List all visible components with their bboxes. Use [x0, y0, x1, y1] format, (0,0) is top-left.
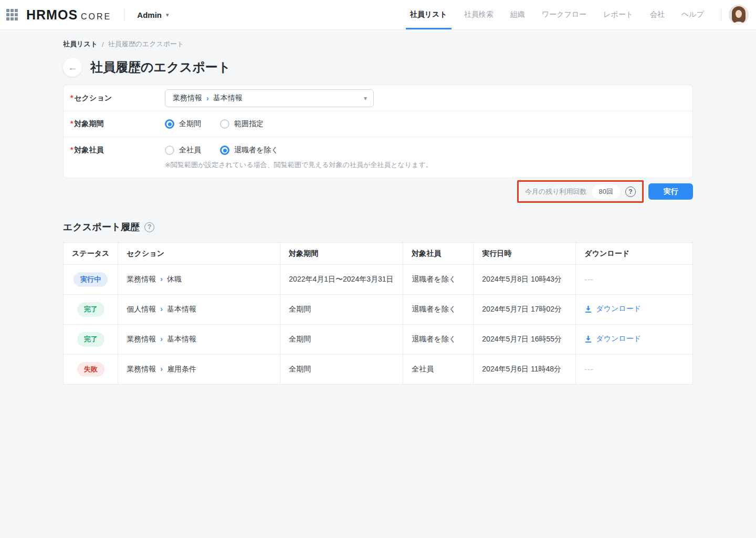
status-badge: 失敗	[77, 362, 104, 377]
column-header-section: セクション	[118, 243, 280, 265]
no-download-placeholder: ---	[584, 275, 593, 284]
target-note: ※閲覧範囲が設定されている場合、閲覧範囲で見える対象の社員が全社員となります。	[165, 160, 433, 170]
section-parent: 業務情報	[127, 365, 156, 373]
chevron-right-icon: ›	[206, 94, 209, 102]
history-title: エクスポート履歴	[63, 221, 140, 233]
grid-dot	[10, 9, 14, 12]
target-label-text: 対象社員	[74, 146, 103, 154]
download-icon	[584, 305, 592, 313]
breadcrumb: 社員リスト / 社員履歴のエクスポート	[63, 39, 756, 49]
workspace-name: Admin	[137, 11, 162, 19]
nav-item-company[interactable]: 会社	[650, 0, 665, 29]
chevron-right-icon: ›	[160, 335, 163, 343]
section-value-parent: 業務情報	[173, 94, 202, 103]
section-select[interactable]: 業務情報 › 基本情報 ▾	[165, 89, 374, 107]
back-button[interactable]: ←	[63, 58, 82, 77]
page: HRMOS CORE Admin ▾ 社員リスト 社員検索 組織 ワークフロー …	[0, 0, 756, 538]
user-avatar[interactable]	[729, 5, 749, 25]
help-icon[interactable]: ?	[625, 187, 636, 197]
nav-item-help[interactable]: ヘルプ	[681, 0, 704, 29]
form-row-period: *対象期間 全期間 範囲指定	[64, 111, 692, 137]
chevron-right-icon: ›	[160, 305, 163, 313]
header-divider	[721, 8, 721, 21]
column-header-period: 対象期間	[280, 243, 403, 265]
page-title: 社員履歴のエクスポート	[90, 59, 230, 76]
download-cell: ---	[576, 265, 693, 295]
download-cell: ---	[576, 355, 693, 385]
select-caret-icon: ▾	[364, 95, 367, 102]
radio-option-exclude-retired[interactable]: 退職者を除く	[220, 146, 279, 155]
radio-option-range[interactable]: 範囲指定	[220, 119, 264, 129]
chevron-down-icon: ▾	[166, 12, 169, 18]
download-label: ダウンロード	[596, 334, 641, 344]
section-child: 基本情報	[167, 305, 196, 313]
breadcrumb-employee-list[interactable]: 社員リスト	[63, 39, 98, 49]
execute-button[interactable]: 実行	[648, 183, 693, 200]
radio-label: 全社員	[179, 146, 201, 155]
table-row: 完了 個人情報›基本情報 全期間 退職者を除く 2024年5月7日 17時02分…	[64, 295, 693, 325]
breadcrumb-separator: /	[102, 40, 104, 48]
radio-option-all-employees[interactable]: 全社員	[165, 146, 201, 155]
download-cell: ダウンロード	[576, 325, 693, 355]
nav-item-employee-search[interactable]: 社員検索	[464, 0, 494, 29]
status-badge: 完了	[77, 332, 104, 347]
grid-dot	[6, 13, 9, 16]
period-cell: 全期間	[280, 355, 403, 385]
download-link[interactable]: ダウンロード	[584, 334, 641, 344]
section-cell: 個人情報›基本情報	[118, 295, 280, 325]
grid-dot	[10, 17, 14, 20]
period-cell: 全期間	[280, 295, 403, 325]
executed-at-cell: 2024年5月8日 10時43分	[474, 265, 576, 295]
logo-brand: HRMOS	[26, 7, 78, 23]
required-mark: *	[70, 146, 73, 154]
download-icon	[584, 335, 592, 343]
table-row: 実行中 業務情報›休職 2022年4月1日〜2024年3月31日 退職者を除く …	[64, 265, 693, 295]
download-label: ダウンロード	[596, 304, 641, 314]
executed-at-cell: 2024年5月7日 17時02分	[474, 295, 576, 325]
hrmos-core-logo[interactable]: HRMOS CORE	[26, 7, 111, 23]
download-cell: ダウンロード	[576, 295, 693, 325]
section-value-child: 基本情報	[213, 94, 243, 103]
quota-value-badge: 80回	[592, 184, 620, 199]
nav-item-organization[interactable]: 組織	[510, 0, 525, 29]
export-history-table: ステータス セクション 対象期間 対象社員 実行日時 ダウンロード 実行中 業務…	[63, 242, 693, 385]
breadcrumb-current-page: 社員履歴のエクスポート	[108, 39, 184, 49]
workspace-switcher[interactable]: Admin ▾	[137, 11, 169, 19]
nav-item-report[interactable]: レポート	[603, 0, 633, 29]
section-parent: 業務情報	[127, 335, 156, 343]
grid-dot	[15, 17, 18, 20]
target-controls: 全社員 退職者を除く ※閲覧範囲が設定されている場合、閲覧範囲で見える対象の社員…	[165, 146, 433, 170]
download-link[interactable]: ダウンロード	[584, 304, 641, 314]
section-child: 休職	[167, 275, 182, 283]
form-row-target: *対象社員 全社員 退職者を除く ※閲覧範囲が設定されている場合、閲覧範囲で見え…	[64, 137, 692, 178]
grid-dot	[15, 9, 18, 12]
section-cell: 業務情報›休職	[118, 265, 280, 295]
grid-dot	[6, 9, 9, 12]
column-header-target: 対象社員	[403, 243, 474, 265]
logo-sub: CORE	[81, 12, 111, 22]
section-label-text: セクション	[74, 94, 112, 102]
radio-option-all-period[interactable]: 全期間	[165, 119, 201, 129]
nav-item-employee-list[interactable]: 社員リスト	[410, 0, 447, 29]
radio-icon[interactable]	[165, 119, 174, 129]
target-label: *対象社員	[70, 146, 165, 155]
period-radio-group: 全期間 範囲指定	[165, 119, 264, 129]
target-cell: 退職者を除く	[403, 265, 474, 295]
help-icon[interactable]: ?	[144, 222, 154, 232]
table-header-row: ステータス セクション 対象期間 対象社員 実行日時 ダウンロード	[64, 243, 693, 265]
grid-dot	[6, 17, 9, 20]
section-child: 基本情報	[167, 335, 196, 343]
nav-item-workflow[interactable]: ワークフロー	[542, 0, 586, 29]
action-row: 今月の残り利用回数 80回 ? 実行	[63, 180, 693, 203]
required-mark: *	[70, 119, 73, 128]
radio-icon[interactable]	[220, 146, 229, 155]
apps-grid-icon[interactable]	[6, 9, 18, 20]
radio-icon[interactable]	[165, 146, 174, 155]
quota-annotation-box: 今月の残り利用回数 80回 ?	[517, 180, 644, 203]
section-child: 雇用条件	[167, 365, 196, 373]
target-cell: 退職者を除く	[403, 295, 474, 325]
status-badge: 完了	[77, 302, 104, 317]
radio-label: 全期間	[179, 119, 201, 129]
radio-icon[interactable]	[220, 119, 229, 129]
section-parent: 個人情報	[127, 305, 156, 313]
